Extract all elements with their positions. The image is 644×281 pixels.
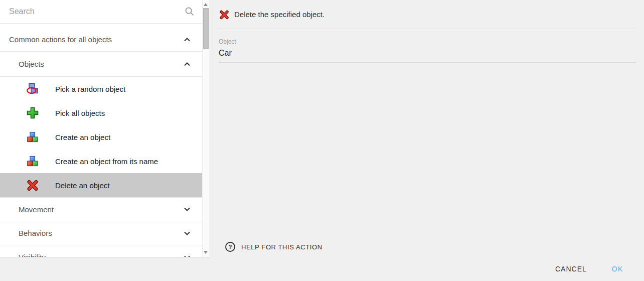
category-behaviors[interactable]: Behaviors: [0, 221, 202, 245]
category-label: Common actions for all objects: [9, 35, 112, 44]
action-category-list: Common actions for all objects Objects: [0, 24, 202, 257]
help-for-action-button[interactable]: ? HELP FOR THIS ACTION: [225, 238, 327, 256]
dialog-footer: CANCEL OK: [0, 257, 644, 281]
action-item-create-object-from-name[interactable]: Create an object from its name: [0, 149, 202, 173]
category-objects[interactable]: Objects: [0, 52, 202, 77]
action-list-panel: Common actions for all objects Objects: [0, 0, 209, 257]
left-panel-scrollbar[interactable]: [202, 0, 209, 257]
action-editor-dialog: Common actions for all objects Objects: [0, 0, 644, 281]
chevron-up-icon: [181, 34, 193, 46]
category-visibility[interactable]: Visibility: [0, 245, 202, 257]
category-label: Behaviors: [19, 229, 52, 237]
action-item-pick-random-object[interactable]: Pick a random object: [0, 77, 202, 101]
action-item-pick-all-objects[interactable]: Pick all objects: [0, 101, 202, 125]
scrollbar-thumb[interactable]: [203, 8, 209, 49]
object-field-label: Object: [219, 38, 636, 45]
scrollbar-up-arrow-icon[interactable]: [204, 3, 208, 6]
action-item-label: Create an object from its name: [55, 157, 158, 166]
object-field-value[interactable]: Car: [219, 49, 636, 58]
search-input[interactable]: [0, 0, 202, 23]
detail-title: Delete the specified object.: [234, 10, 325, 19]
add-objects-icon: [26, 106, 39, 119]
category-movement[interactable]: Movement: [0, 197, 202, 221]
chevron-down-icon: [181, 227, 193, 239]
chevron-down-icon: [181, 251, 193, 257]
help-icon: ?: [225, 241, 236, 252]
cancel-button[interactable]: CANCEL: [547, 261, 595, 277]
svg-text:?: ?: [228, 244, 232, 250]
delete-cross-icon: [219, 10, 229, 20]
category-common-actions[interactable]: Common actions for all objects: [0, 28, 202, 52]
scrollbar-down-arrow-icon[interactable]: [204, 251, 208, 254]
action-item-delete-object[interactable]: Delete an object: [0, 173, 202, 197]
category-label: Visibility: [19, 253, 46, 257]
header-divider: [217, 29, 636, 29]
action-item-label: Delete an object: [55, 181, 109, 190]
chevron-up-icon: [181, 58, 193, 70]
action-item-create-object[interactable]: Create an object: [0, 125, 202, 149]
ok-button[interactable]: OK: [604, 261, 631, 277]
search-bar: [0, 0, 202, 24]
help-button-label: HELP FOR THIS ACTION: [241, 243, 323, 251]
search-icon: [184, 6, 195, 17]
create-object-icon: [26, 130, 39, 144]
create-object-icon: [26, 155, 39, 168]
action-detail-panel: Delete the specified object. Object Car …: [209, 0, 644, 257]
action-list-scroll-area: Common actions for all objects Objects: [0, 0, 202, 257]
object-field: Object Car: [219, 38, 636, 63]
detail-header: Delete the specified object.: [209, 0, 644, 29]
random-object-icon: [26, 82, 39, 95]
object-field-underline: [219, 62, 636, 63]
category-label: Movement: [19, 205, 54, 214]
delete-cross-icon: [26, 179, 39, 192]
action-item-label: Pick a random object: [55, 85, 125, 93]
chevron-down-icon: [181, 203, 193, 215]
category-label: Objects: [19, 60, 44, 68]
action-item-label: Pick all objects: [55, 109, 105, 117]
action-item-label: Create an object: [55, 133, 110, 142]
